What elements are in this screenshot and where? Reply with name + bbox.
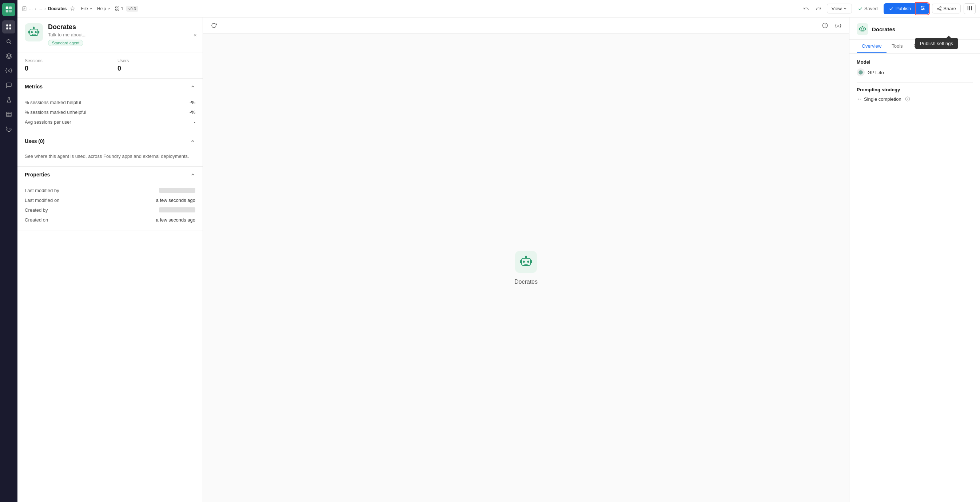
right-agent-icon [857,23,868,35]
undo-redo-group [801,3,824,14]
more-icon [967,5,972,11]
gpt-icon: AI [858,70,863,75]
right-panel: Publish settings Docrates [849,17,980,502]
svg-point-56 [863,29,865,30]
check-icon [858,6,863,11]
variables-icon: {x} [835,23,842,28]
collapse-button[interactable]: « [194,32,197,38]
prop-modified-on-label: Last modified on [25,197,59,203]
left-panel: Docrates Talk to me about... Standard ag… [18,17,203,502]
saved-indicator: Saved [855,4,881,13]
metric-row-unhelpful: % sessions marked unhelpful -% [25,107,195,117]
strategy-row: ↔ Single completion [857,96,973,102]
sidebar-icon-stack[interactable] [2,49,15,63]
svg-rect-35 [969,6,970,10]
more-options-button[interactable] [964,3,976,14]
prop-created-by-label: Created by [25,207,48,213]
svg-rect-1 [9,6,12,9]
preview-agent-icon [515,251,537,273]
users-label: Users [118,58,195,63]
properties-chevron-icon [190,172,195,177]
prop-row-created-on: Created on a few seconds ago [25,215,195,225]
brand-icon[interactable] [2,3,15,16]
header-menu: File Help 1 v0.3 [79,5,138,12]
refresh-button[interactable] [209,21,219,30]
doc-icon [22,6,27,11]
svg-rect-5 [10,24,11,26]
publish-settings-button[interactable] [916,3,929,14]
variables-button[interactable]: {x} [833,21,843,30]
star-icon[interactable] [70,6,75,11]
svg-point-8 [6,39,10,43]
svg-point-39 [35,31,37,33]
sidebar-icon-search[interactable] [2,35,15,48]
svg-rect-4 [6,24,8,26]
properties-body: Last modified by Last modified on a few … [18,183,203,230]
svg-point-30 [937,8,939,10]
svg-rect-20 [118,7,119,8]
tab-overview[interactable]: Overview [857,40,886,53]
right-panel-header: Docrates [850,17,980,40]
svg-line-32 [939,9,940,10]
file-menu-chevron [89,7,93,11]
svg-line-33 [939,7,940,8]
info-circle-icon[interactable] [905,96,910,102]
agent-badge: Standard agent [48,40,83,46]
strategy-icon: ↔ [857,96,862,102]
agent-avatar-icon [27,26,40,39]
undo-button[interactable] [801,3,811,14]
svg-rect-59 [865,28,866,30]
right-agent-name: Docrates [872,26,895,32]
info-button[interactable] [820,21,830,30]
breadcrumb-current: Docrates [48,6,67,11]
svg-rect-3 [9,10,12,13]
workspace-indicator[interactable]: 1 [113,5,125,12]
svg-rect-10 [6,112,11,117]
help-menu[interactable]: Help [95,5,112,12]
share-button[interactable]: Share [932,4,961,13]
redo-icon [816,6,821,12]
svg-rect-22 [118,9,119,11]
sidebar-icon-table[interactable] [2,108,15,121]
undo-icon [803,6,809,12]
sidebar-icon-variables[interactable]: {x} [2,64,15,77]
view-button[interactable]: View [827,4,852,13]
uses-body: See where this agent is used, across Fou… [18,149,203,166]
sidebar-icon-grid[interactable] [2,21,15,33]
main-wrapper: ... › ... › Docrates File Help [18,0,980,502]
agent-header: Docrates Talk to me about... Standard ag… [18,17,203,52]
stats-row: Sessions 0 Users 0 [18,52,203,79]
svg-point-31 [940,10,942,11]
sessions-label: Sessions [25,58,103,63]
sidebar-icon-chat[interactable] [2,79,15,92]
metric-row-avg: Avg sessions per user - [25,117,195,127]
metrics-chevron-icon [190,84,195,89]
workspace-icon [115,6,120,11]
preview-agent-svg [519,255,533,269]
prop-row-modified-by: Last modified by [25,186,195,195]
prop-row-modified-on: Last modified on a few seconds ago [25,195,195,205]
preview-toolbar: {x} [203,17,849,34]
properties-title: Properties [25,172,50,178]
metric-unhelpful-label: % sessions marked unhelpful [25,110,86,115]
svg-point-27 [923,8,924,9]
svg-rect-0 [6,6,8,9]
redo-button[interactable] [813,3,824,14]
refresh-icon [211,22,217,29]
svg-point-55 [861,29,862,30]
sidebar-icon-flask[interactable] [2,93,15,106]
header-actions: View Saved Publish [801,3,976,14]
preview-agent-name: Docrates [514,279,538,285]
publish-settings-tooltip: Publish settings [915,38,958,49]
file-menu[interactable]: File [79,5,94,12]
publish-button[interactable]: Publish [884,3,916,14]
publish-group: Publish [884,3,929,14]
metrics-section-header[interactable]: Metrics [18,79,203,95]
center-panel: {x} Docrates [203,17,849,502]
uses-section-header[interactable]: Uses (0) [18,133,203,149]
properties-section-header[interactable]: Properties [18,167,203,183]
right-agent-svg [859,25,867,33]
sidebar-icon-history[interactable] [2,122,15,135]
metric-row-helpful: % sessions marked helpful -% [25,97,195,107]
tab-tools[interactable]: Tools [886,40,908,53]
